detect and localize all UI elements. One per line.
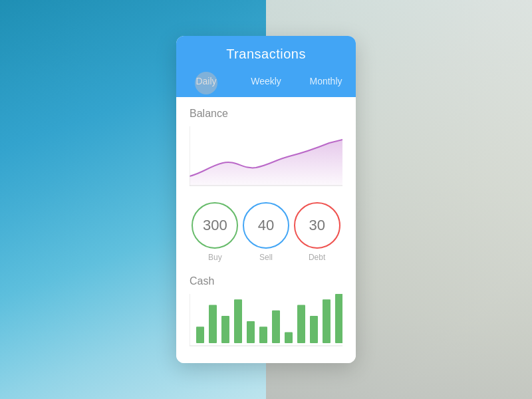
balance-section-title: Balance — [190, 108, 342, 120]
svg-rect-7 — [234, 299, 242, 343]
svg-rect-5 — [209, 305, 217, 343]
stat-sell: 40 Sell — [243, 202, 289, 262]
tab-monthly[interactable]: Monthly — [296, 71, 356, 92]
svg-rect-13 — [310, 316, 318, 343]
tab-weekly[interactable]: Weekly — [236, 71, 296, 92]
buy-label: Buy — [208, 253, 222, 262]
card-body: Balance 300 Buy — [176, 97, 356, 363]
svg-rect-15 — [335, 294, 342, 343]
tabs-container: Daily Weekly Monthly — [176, 71, 356, 97]
sell-label: Sell — [259, 253, 273, 262]
cash-section-title: Cash — [190, 275, 342, 287]
card-header: Transactions — [176, 36, 356, 71]
svg-rect-11 — [285, 332, 293, 343]
tab-daily[interactable]: Daily — [176, 71, 236, 92]
buy-circle: 300 — [192, 202, 238, 249]
svg-rect-10 — [272, 311, 280, 343]
balance-chart — [190, 126, 342, 186]
sell-circle: 40 — [243, 202, 289, 249]
svg-rect-14 — [323, 299, 331, 343]
stat-buy: 300 Buy — [192, 202, 238, 262]
debt-circle: 30 — [294, 202, 340, 249]
svg-rect-8 — [247, 321, 255, 343]
svg-rect-6 — [221, 316, 229, 343]
stats-row: 300 Buy 40 Sell 30 Debt — [190, 202, 342, 262]
stat-debt: 30 Debt — [294, 202, 340, 262]
card-title: Transactions — [176, 47, 356, 62]
svg-rect-12 — [297, 305, 305, 343]
debt-label: Debt — [309, 253, 325, 262]
transactions-card: Transactions Daily Weekly Monthly Balanc… — [176, 36, 356, 363]
svg-rect-9 — [259, 327, 267, 343]
cash-chart — [190, 294, 342, 347]
svg-rect-4 — [196, 327, 204, 343]
